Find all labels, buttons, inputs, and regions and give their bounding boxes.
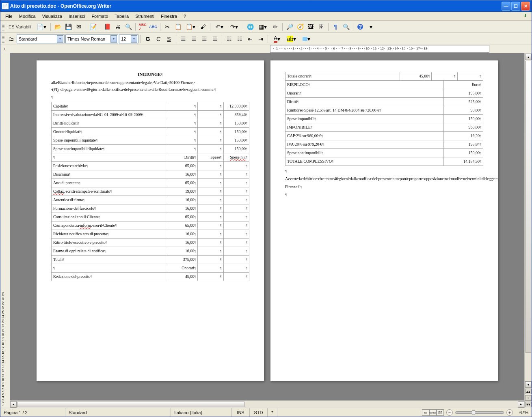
scroll-left-button[interactable]: ◂ — [10, 401, 17, 408]
align-justify-button[interactable]: ☰ — [210, 34, 220, 44]
menu-view[interactable]: Visualizza — [39, 13, 65, 19]
paste-button[interactable]: 📋▾ — [184, 22, 197, 32]
menu-tools[interactable]: Strumenti — [132, 13, 158, 19]
italic-button[interactable]: C — [154, 34, 163, 44]
bold-button[interactable]: G — [143, 34, 153, 44]
view-book-button[interactable]: ▯▯ — [437, 409, 444, 416]
table-row: IMPONIBILE960,00 — [285, 123, 483, 132]
save-button[interactable]: 💾 — [63, 22, 73, 32]
print-preview-button[interactable]: 🔍 — [123, 22, 133, 32]
increase-indent-button[interactable]: ⇥ — [256, 34, 266, 44]
font-size-combo[interactable]: 12▼ — [119, 34, 138, 43]
styles-button[interactable]: 🗂 — [6, 34, 16, 44]
menu-help[interactable]: ? — [180, 13, 189, 19]
help-button[interactable]: ? — [355, 22, 365, 32]
hyperlink-button[interactable]: 🌐 — [245, 22, 255, 32]
minimize-button[interactable]: — — [502, 2, 510, 11]
vertical-ruler[interactable]: ·1·2·3·4·5·6·7·8·9·10·11·12·13·14·15·16·… — [0, 53, 10, 408]
status-zoom[interactable]: 67% — [514, 408, 532, 417]
format-paintbrush-button[interactable]: 🖌 — [198, 22, 208, 32]
view-single-page-button[interactable]: ▭ — [422, 409, 429, 416]
font-color-button[interactable]: A▾ — [270, 34, 284, 44]
table-row: Onorari·liquidati150,00 — [52, 127, 249, 136]
bullet-list-button[interactable]: ☷ — [235, 34, 244, 44]
table-row: Formazione·del·fascicolo16,00 — [52, 204, 249, 213]
close-button[interactable]: ✕ — [521, 2, 530, 11]
auto-spellcheck-button[interactable]: ABC — [148, 22, 158, 32]
horizontal-ruler[interactable]: L · · -1 · · · ⟒ · · · 1 · · · 2 · · · 3… — [0, 45, 532, 53]
menu-format[interactable]: Formato — [88, 13, 111, 19]
edit-button[interactable]: 📝 — [88, 22, 98, 32]
underline-button[interactable]: S — [164, 34, 174, 44]
download-icon[interactable]: ⬇ — [523, 13, 530, 19]
open-button[interactable]: 📂 — [53, 22, 63, 32]
background-color-button[interactable]: ▾ — [299, 34, 313, 44]
cut-button[interactable]: ✂ — [162, 22, 172, 32]
find-button[interactable]: 🔎 — [285, 22, 294, 32]
redo-button[interactable]: ↷▾ — [227, 22, 241, 32]
scroll-down-button[interactable]: ▾ — [525, 381, 532, 388]
table-header-row: DirittiSpeseSpese n.i. — [52, 153, 249, 161]
paragraph-style-combo[interactable]: Standard▼ — [17, 34, 65, 43]
table-row: Onorari195,00 — [285, 89, 483, 98]
font-name-combo[interactable]: Times New Roman▼ — [65, 34, 118, 43]
toolbar-overflow-button[interactable]: ▾ — [366, 22, 376, 32]
next-page-button[interactable]: ▾▾ — [525, 402, 532, 407]
horizontal-scrollbar[interactable]: ◂ ▸ — [10, 400, 524, 408]
menu-edit[interactable]: Modifica — [16, 13, 39, 19]
spellcheck-button[interactable]: ABC✓ — [138, 22, 147, 32]
show-draw-button[interactable]: ✏ — [270, 22, 280, 32]
nonprinting-chars-button[interactable]: ¶ — [331, 22, 340, 32]
zoom-slider[interactable] — [455, 411, 504, 414]
table-row: Redazione·del·precetto45,00 — [52, 272, 249, 281]
align-left-button[interactable]: ☰ — [178, 34, 188, 44]
status-style[interactable]: Standard — [65, 408, 171, 417]
zoom-in-button[interactable]: + — [506, 409, 513, 416]
table-row: Corrispondenza·inform.·con·il·Cliente65,… — [52, 221, 249, 230]
zoom-button[interactable]: 🔍 — [341, 22, 351, 32]
export-pdf-button[interactable]: 📕 — [102, 22, 112, 32]
doc-paragraph: alla·Bianchi·Roberto,·in·persona·del·suo… — [51, 80, 214, 92]
fmtbar-grip[interactable] — [2, 35, 4, 43]
navigator-button[interactable]: 🧭 — [295, 22, 305, 32]
vertical-scrollbar[interactable]: ▴ ▾ ▴▴ ◦ ▾▾ — [524, 53, 532, 408]
email-button[interactable]: ✉ — [74, 22, 84, 32]
gallery-button[interactable]: 🖼 — [306, 22, 316, 32]
menu-table[interactable]: Tabella — [111, 13, 132, 19]
status-insert-mode[interactable]: INS — [232, 408, 250, 417]
es-variabili-label: ES Variabili — [6, 24, 34, 29]
status-modified: * — [268, 408, 277, 417]
scroll-up-button[interactable]: ▴ — [525, 54, 532, 60]
table-row: Ritiro·titolo·esecutivo·e·precetto16,00 — [52, 238, 249, 247]
maximize-button[interactable]: ☐ — [511, 2, 520, 11]
table-row: Disamina16,00 — [52, 170, 249, 178]
new-doc-button[interactable]: 📄▾ — [35, 22, 48, 32]
menu-file[interactable]: File — [2, 13, 16, 19]
titlebar: 📄 Atto di precetto.doc - OpenOffice.org … — [0, 0, 532, 12]
status-selection-mode[interactable]: STD — [250, 408, 268, 417]
align-right-button[interactable]: ☰ — [199, 34, 209, 44]
toolbar-grip[interactable] — [2, 23, 4, 31]
prev-page-button[interactable]: ▴▴ — [525, 389, 532, 394]
nav-object-button[interactable]: ◦ — [525, 395, 532, 401]
status-language[interactable]: Italiano (Italia) — [171, 408, 232, 417]
data-sources-button[interactable]: 🗄 — [316, 22, 326, 32]
numbered-list-button[interactable]: ☷ — [224, 34, 234, 44]
document-canvas[interactable]: INGIUNGE alla·Bianchi·Roberto,·in·person… — [10, 53, 524, 400]
table-button[interactable]: ▦▾ — [256, 22, 270, 32]
highlight-button[interactable]: ab▾ — [285, 34, 298, 44]
scroll-right-button[interactable]: ▸ — [518, 401, 524, 408]
copy-button[interactable]: 📋 — [173, 22, 183, 32]
status-page[interactable]: Pagina 1 / 2 — [0, 408, 65, 417]
view-multi-page-button[interactable]: ▭▭ — [429, 409, 437, 416]
zoom-out-button[interactable]: − — [446, 409, 453, 416]
align-center-button[interactable]: ☰ — [189, 34, 199, 44]
decrease-indent-button[interactable]: ⇤ — [245, 34, 255, 44]
menu-window[interactable]: Finestra — [158, 13, 180, 19]
menu-insert[interactable]: Inserisci — [65, 13, 88, 19]
table-row: Spese·non·imponibili150,00 — [285, 149, 483, 157]
doc-paragraph: Avverte·la·debitrice·che·entro·40·giorni… — [285, 176, 498, 181]
undo-button[interactable]: ↶▾ — [212, 22, 226, 32]
status-signature — [277, 408, 420, 417]
print-button[interactable]: 🖨 — [113, 22, 123, 32]
